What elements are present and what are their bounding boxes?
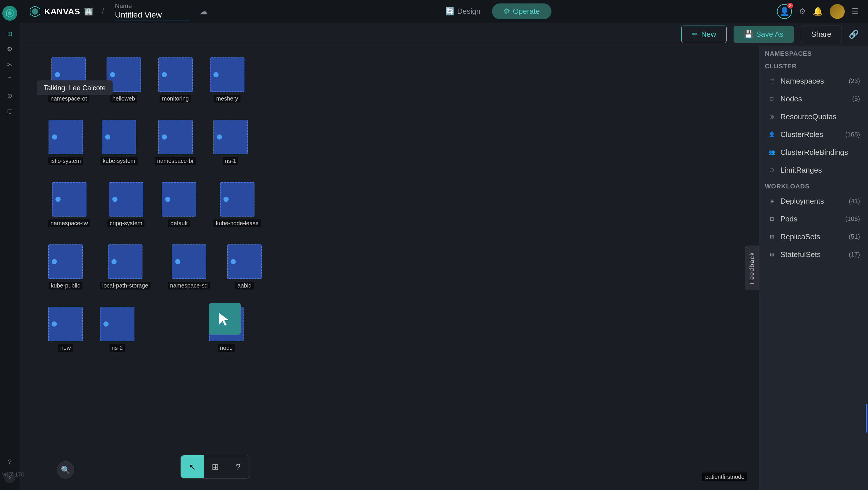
- view-name-label: Name: [115, 2, 190, 10]
- ns-label: istio-system: [48, 157, 83, 165]
- kanvas-logo[interactable]: KANVAS: [29, 5, 80, 18]
- new-button[interactable]: ✏ New: [681, 26, 727, 43]
- sidebar-item-settings[interactable]: ⚙: [3, 42, 17, 56]
- ns-label: helloweb: [110, 95, 137, 102]
- header-kanvas: KANVAS 🏢 / Name ☁: [29, 2, 208, 21]
- ns-node-namespace-ot[interactable]: namespace-ot: [48, 57, 89, 102]
- header-right: 👤 3 ⚙ 🔔 ☰: [777, 4, 859, 19]
- tab-design[interactable]: 🔄 Design: [434, 3, 492, 19]
- panel-item-cluster-roles[interactable]: 👤 ClusterRoles (168): [762, 126, 866, 143]
- sidebar-item-extensions[interactable]: ⬡: [3, 104, 17, 118]
- deployments-icon: ◈: [767, 196, 776, 206]
- ns-label: new: [58, 344, 73, 352]
- talking-tooltip: Talking: Lee Calcote: [37, 81, 113, 95]
- ns-node-namespace-fw[interactable]: namespace-fw: [48, 182, 90, 227]
- main-canvas: Talking: Lee Calcote namespace-ot hellow…: [20, 46, 868, 490]
- ns-box: [48, 244, 83, 279]
- ns-label: cripg-system: [107, 219, 145, 227]
- ns-node-meshery[interactable]: meshery: [210, 57, 244, 102]
- ns-node-monitoring[interactable]: monitoring: [158, 57, 193, 102]
- panel-item-pods[interactable]: ⊟ Pods (106): [762, 210, 866, 227]
- bottom-toolbar: ↖ ⊞ ?: [180, 455, 250, 479]
- user-avatar[interactable]: [830, 4, 845, 19]
- stack-btn[interactable]: ⊞: [204, 455, 227, 478]
- ns-box: [213, 120, 248, 154]
- ns-box: [210, 57, 244, 92]
- replica-sets-icon: ⊞: [767, 232, 776, 241]
- ns-box: [158, 57, 193, 92]
- tab-operate[interactable]: ⚙ Operate: [492, 3, 552, 19]
- ns-box: [162, 182, 196, 217]
- bottom-btn-group: ↖ ⊞ ?: [180, 455, 250, 479]
- save-icon: 💾: [744, 30, 753, 39]
- app-logo[interactable]: [2, 6, 17, 21]
- ns-node-default[interactable]: default: [162, 182, 196, 227]
- ns-label: local-path-storage: [100, 282, 151, 289]
- stack-icon: ⊞: [212, 462, 219, 472]
- patientfirstnode-label: patientfirstnode: [702, 472, 747, 481]
- ns-box: [108, 244, 143, 279]
- notification-bell[interactable]: 👤 3: [777, 4, 792, 19]
- ns-label: namespace-br: [155, 157, 196, 165]
- sidebar-item-tools[interactable]: ✂: [3, 58, 17, 72]
- ns-node-kube-public[interactable]: kube-public: [48, 244, 83, 289]
- ns-node-local-path-storage[interactable]: local-path-storage: [100, 244, 151, 289]
- view-name-input[interactable]: [115, 10, 190, 21]
- sidebar-item-help[interactable]: ?: [3, 455, 17, 469]
- panel-item-namespaces[interactable]: ⬚ Namespaces (23): [762, 72, 866, 90]
- settings-icon[interactable]: ⚙: [799, 7, 806, 16]
- panel-item-replica-sets[interactable]: ⊞ ReplicaSets (51): [762, 228, 866, 245]
- ns-box: [158, 120, 193, 154]
- zoom-icon: 🔍: [61, 466, 70, 474]
- share-button[interactable]: Share: [801, 26, 842, 43]
- sidebar-item-dashboard[interactable]: ⊞: [3, 27, 17, 41]
- version-text: v0.7.170: [2, 471, 24, 478]
- ns-row-4: kube-public local-path-storage namespace…: [48, 244, 336, 289]
- header-tabs: 🔄 Design ⚙ Operate: [208, 3, 777, 19]
- ns-node-ns-1[interactable]: ns-1: [213, 120, 248, 165]
- panel-scrollbar[interactable]: [866, 404, 867, 433]
- panel-item-nodes[interactable]: □ Nodes (5): [762, 90, 866, 108]
- panel-item-stateful-sets[interactable]: ⊠ StatefulSets (17): [762, 246, 866, 263]
- ns-node-kube-node-lease[interactable]: kube-node-lease: [213, 182, 261, 227]
- ns-node-namespace-br[interactable]: namespace-br: [155, 120, 196, 165]
- ns-label: namespace-ot: [48, 95, 89, 102]
- ns-node-namespace-sd[interactable]: namespace-sd: [168, 244, 210, 289]
- panel-item-resource-quotas[interactable]: ◎ ResourceQuotas: [762, 108, 866, 125]
- ns-node-kube-system[interactable]: kube-system: [100, 120, 137, 165]
- ns-box: [220, 182, 254, 217]
- sidebar-item-integrations[interactable]: ⊕: [3, 89, 17, 103]
- ns-node-istio-system[interactable]: istio-system: [48, 120, 83, 165]
- new-icon: ✏: [692, 30, 698, 39]
- sidebar-item-curve[interactable]: ⌒: [3, 73, 17, 87]
- limit-ranges-icon: ⬡: [767, 165, 776, 175]
- ns-box: [227, 244, 262, 279]
- save-as-button[interactable]: 💾 Save As: [734, 26, 794, 43]
- panel-item-limit-ranges[interactable]: ⬡ LimitRanges: [762, 161, 866, 179]
- ns-node-helloweb[interactable]: helloweb: [106, 57, 141, 102]
- ns-label: monitoring: [160, 95, 191, 102]
- ns-node-aabid[interactable]: aabid: [227, 244, 262, 289]
- cursor-icon: ↖: [189, 462, 196, 472]
- cursor-node[interactable]: [209, 303, 241, 335]
- ns-node-ns-2[interactable]: ns-2: [100, 307, 134, 352]
- cursor-btn[interactable]: ↖: [181, 455, 204, 478]
- header: KANVAS 🏢 / Name ☁ 🔄 Design ⚙ Operate 👤 3…: [20, 0, 868, 23]
- ns-box: [109, 182, 143, 217]
- ns-node-cripg-system[interactable]: cripg-system: [107, 182, 145, 227]
- ns-label: kube-node-lease: [213, 219, 261, 227]
- help-icon: ?: [236, 462, 241, 471]
- breadcrumb-workspace-icon: 🏢: [84, 7, 93, 16]
- panel-item-deployments[interactable]: ◈ Deployments (41): [762, 192, 866, 210]
- panel-item-cluster-role-bindings[interactable]: 👥 ClusterRoleBindings: [762, 144, 866, 161]
- link-icon-button[interactable]: 🔗: [849, 30, 859, 39]
- ns-node-new[interactable]: new: [48, 307, 83, 352]
- pods-icon: ⊟: [767, 214, 776, 223]
- ns-row-3: namespace-fw cripg-system default kube-n…: [48, 182, 336, 227]
- hamburger-icon[interactable]: ☰: [851, 7, 859, 16]
- feedback-button[interactable]: Feedback: [745, 246, 759, 290]
- help-btn[interactable]: ?: [227, 455, 250, 478]
- cluster-roles-icon: 👤: [767, 130, 776, 139]
- zoom-control[interactable]: 🔍: [57, 461, 74, 479]
- notifications-icon[interactable]: 🔔: [813, 7, 823, 16]
